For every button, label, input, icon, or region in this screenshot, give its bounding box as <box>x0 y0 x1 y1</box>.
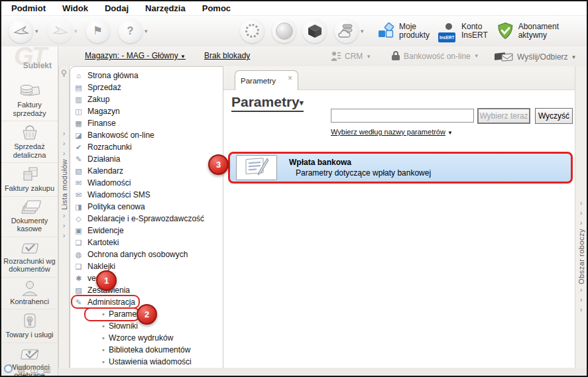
online-sphere-button[interactable] <box>272 19 296 43</box>
tree-item-ewidencje[interactable]: ▣Ewidencje <box>70 225 223 237</box>
dropdown-arrow-icon: ▼ <box>474 53 479 59</box>
tree-item-biblioteka-dokumentow[interactable]: •Biblioteka dokumentów <box>70 344 223 356</box>
cube-icon <box>307 23 323 39</box>
basket-mini-icon[interactable]: ◫ <box>30 364 38 374</box>
wyczysc-button[interactable]: Wyczyść <box>535 108 573 124</box>
tree-item-wzorce-wydrukow[interactable]: •Wzorce wydruków <box>70 332 223 344</box>
tree-item-ustawienia-wiadomosci[interactable]: •Ustawienia wiadomości <box>70 356 223 368</box>
view-toggle-icon[interactable] <box>4 364 13 373</box>
tree-item-magazyn[interactable]: ◫Magazyn <box>70 105 223 117</box>
result-wplata-bankowa[interactable]: Wpłata bankowa Parametry dotyczące wpłat… <box>228 152 573 184</box>
tree-item-label: Polityka cenowa <box>88 202 145 211</box>
menu-dodaj[interactable]: Dodaj <box>105 3 129 13</box>
dropdown-arrow-icon[interactable]: ▾ <box>74 28 78 34</box>
dropdown-arrow-icon[interactable]: ▾ <box>361 28 364 34</box>
modules-strip[interactable]: › › › Lista modułów › › › <box>58 66 70 368</box>
magazyn-selector[interactable]: Magazyn: - MAG - Główny ▼ <box>85 51 186 60</box>
records-icon: ▣ <box>74 227 84 235</box>
tree-item-vendero[interactable]: ✱vendero <box>70 272 223 284</box>
moje-produkty-button[interactable]: Moje produkty <box>377 18 436 44</box>
brak-blokady-link[interactable]: Brak blokady <box>204 51 250 60</box>
filter-by-name-link[interactable]: Wybierz według nazwy parametrów▼ <box>331 128 453 136</box>
dropdown-arrow-icon[interactable]: ▾ <box>35 28 38 34</box>
lock-icon <box>391 51 400 61</box>
tree-item-rozrachunki[interactable]: ✔Rozrachunki <box>70 141 223 153</box>
help-button[interactable]: ? <box>118 19 143 43</box>
tree-item-naklejki[interactable]: ❑Naklejki <box>70 260 223 272</box>
basket-icon <box>17 124 43 141</box>
chevron-icon: › <box>580 296 583 304</box>
result-title: Wpłata bankowa <box>289 158 431 167</box>
tree-item-deklaracje[interactable]: ◇Deklaracje i e-Sprawozdawczość <box>70 213 223 225</box>
menu-pomoc[interactable]: Pomoc <box>202 3 231 13</box>
sidebar-item-towary-i-uslugi[interactable]: Towary i usługi <box>1 309 58 343</box>
sidebar-item-faktury-sprzedazy[interactable]: Faktury sprzedaży <box>1 80 58 121</box>
tree-item-sprzedaz[interactable]: ▤Sprzedaż <box>70 81 223 93</box>
crm-dropdown[interactable]: CRM ▼ <box>331 51 371 62</box>
nav-back-button[interactable] <box>9 19 33 43</box>
coins-icon: ▤ <box>74 83 84 92</box>
sidebar-item-label: Faktury sprzedaży <box>3 101 56 117</box>
wyslij-odbierz-dropdown[interactable]: Wyślij/Odbierz ▼ <box>494 51 577 63</box>
tree-item-strona-glowna[interactable]: ⌂Strona główna <box>70 70 223 81</box>
printer-mini-icon[interactable]: ▥ <box>43 364 51 374</box>
moje-produkty-label: Moje produkty <box>399 23 434 40</box>
workarea-strip[interactable]: › › › Obszar roboczy › › › <box>575 66 587 368</box>
dropdown-arrow-icon: ▼ <box>447 130 453 136</box>
tree-item-kalendarz[interactable]: ▧Kalendarz <box>70 165 223 177</box>
tree-item-wiadomosci-sms[interactable]: ✉Wiadomości SMS <box>70 189 223 201</box>
cube-button[interactable] <box>302 19 327 43</box>
product-tool-icon <box>17 312 43 329</box>
services-button[interactable] <box>240 19 265 43</box>
flag-button[interactable]: ⚑ <box>86 19 110 43</box>
search-input[interactable] <box>331 109 474 123</box>
tree-item-kartoteki[interactable]: ❏Kartoteki <box>70 237 223 248</box>
arrow-icon <box>52 25 68 37</box>
konto-insert-button[interactable]: InsERT Konto InsERT <box>441 18 498 44</box>
annotation-step-2: 2 <box>137 304 157 325</box>
person-icon <box>17 280 43 296</box>
sidebar-item-kontrahenci[interactable]: Kontrahenci <box>1 278 58 310</box>
arrow-icon <box>13 25 29 37</box>
bullet-icon: • <box>101 334 106 342</box>
close-icon[interactable]: × <box>288 74 292 83</box>
sidebar-item-sprzedaz-detaliczna[interactable]: Sprzedaż detaliczna <box>1 121 58 163</box>
chevron-icon: › <box>63 139 66 148</box>
tree-item-wiadomosci[interactable]: ✉Wiadomości <box>70 177 223 189</box>
dropdown-arrow-icon[interactable]: ▾ <box>145 28 148 34</box>
bankowosc-dropdown[interactable]: Bankowość on-line ▼ <box>391 51 479 61</box>
page-title[interactable]: Parametry▾ <box>231 94 304 112</box>
tree-item-polityka-cenowa[interactable]: ◨Polityka cenowa <box>70 201 223 213</box>
dropdown-arrow-icon: ▾ <box>300 98 304 107</box>
sidebar-item-faktury-zakupu[interactable]: Faktury zakupu <box>1 163 58 197</box>
wyslij-odbierz-label: Wyślij/Odbierz <box>517 52 568 62</box>
sidebar-item-dokumenty-kasowe[interactable]: Dokumenty kasowe <box>1 197 58 237</box>
tree-item-bankowosc-online[interactable]: ◪Bankowość on-line <box>70 129 223 141</box>
abonament-button[interactable]: Abonament aktywny <box>497 18 586 44</box>
sidebar-item-rozrachunki-wg-dokumentow[interactable]: Rozrachunki wg dokumentów <box>1 237 58 278</box>
coins-icon <box>17 82 43 99</box>
tree-item-label: Zakup <box>88 95 109 104</box>
wybierz-teraz-button[interactable]: Wybierz teraz <box>477 108 530 124</box>
tree-item-dzialania[interactable]: ✎Działania <box>70 153 223 165</box>
menu-widok[interactable]: Widok <box>62 3 88 13</box>
tab-parametry[interactable]: Parametry × <box>235 70 298 90</box>
nav-forward-button[interactable] <box>48 19 72 43</box>
sidebar-more-arrow[interactable]: ▼ <box>1 349 58 356</box>
boxes-icon <box>17 166 43 183</box>
tree-item-finanse[interactable]: ▦Finanse <box>70 117 223 129</box>
tree-item-zestawienia[interactable]: ▨Zestawienia <box>70 284 223 296</box>
cloud-archive-button[interactable] <box>334 19 359 43</box>
tree-item-ochrona-danych[interactable]: ◍Ochrona danych osobowych <box>70 248 223 260</box>
pin-icon[interactable] <box>60 70 68 78</box>
menu-narzedzia[interactable]: Narzędzia <box>145 3 186 13</box>
app-name: Subiekt <box>23 61 52 70</box>
bullet-icon: • <box>101 358 106 366</box>
menu-podmiot[interactable]: Podmiot <box>11 3 46 13</box>
tree-item-label: Biblioteka dokumentów <box>109 345 190 354</box>
magazyn-label: Magazyn: - MAG - Główny <box>85 51 178 60</box>
coins-mini-icon[interactable]: ▤ <box>17 364 25 374</box>
crm-person-icon <box>331 51 341 62</box>
tree-item-zakup[interactable]: ▥Zakup <box>70 93 223 105</box>
vendero-icon: ✱ <box>74 274 84 283</box>
